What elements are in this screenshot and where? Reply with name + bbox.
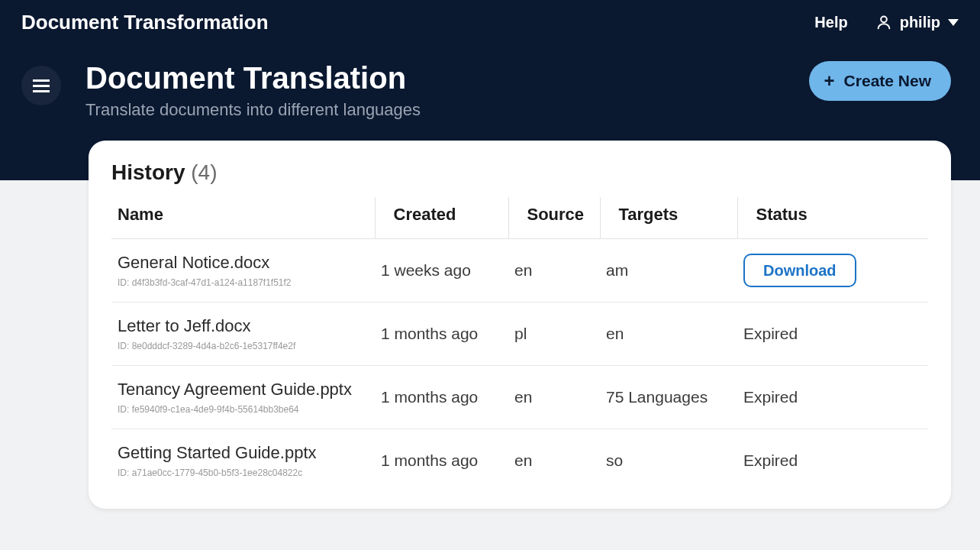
header-titles: Document Translation Translate documents… [85, 61, 421, 120]
cell-source: en [508, 429, 600, 493]
history-table: Name Created Source Targets Status Gener… [111, 197, 928, 492]
cell-created: 1 weeks ago [375, 239, 508, 302]
cell-source: pl [508, 302, 600, 366]
cell-status: Expired [737, 429, 928, 493]
history-card: History (4) Name Created Source Targets … [89, 141, 951, 509]
cell-created: 1 months ago [375, 302, 508, 366]
doc-name: Tenancy Agreement Guide.pptx [118, 380, 369, 400]
cell-created: 1 months ago [375, 366, 508, 429]
create-new-button[interactable]: + Create New [809, 61, 951, 101]
doc-id: ID: fe5940f9-c1ea-4de9-9f4b-55614bb3be64 [118, 404, 369, 415]
status-text: Expired [743, 451, 798, 469]
cell-name: General Notice.docxID: d4f3b3fd-3caf-47d… [111, 239, 375, 302]
cell-targets: en [600, 302, 737, 366]
plus-icon: + [824, 72, 835, 90]
table-row: General Notice.docxID: d4f3b3fd-3caf-47d… [111, 239, 928, 302]
page-title: Document Translation [85, 61, 421, 95]
col-header-name: Name [111, 197, 375, 239]
cell-targets: so [600, 429, 737, 493]
cell-source: en [508, 239, 600, 302]
cell-name: Getting Started Guide.pptxID: a71ae0cc-1… [111, 429, 375, 493]
user-icon [875, 14, 892, 31]
history-title: History [111, 160, 185, 184]
table-header-row: Name Created Source Targets Status [111, 197, 928, 239]
doc-id: ID: a71ae0cc-1779-45b0-b5f3-1ee28c04822c [118, 467, 369, 478]
user-name: philip [900, 14, 940, 31]
table-row: Letter to Jeff.docxID: 8e0dddcf-3289-4d4… [111, 302, 928, 366]
hamburger-icon [33, 85, 50, 87]
topbar: Document Transformation Help philip [0, 0, 980, 44]
doc-id: ID: d4f3b3fd-3caf-47d1-a124-a1187f1f51f2 [118, 277, 369, 288]
history-heading: History (4) [111, 160, 928, 185]
col-header-source: Source [508, 197, 600, 239]
table-row: Tenancy Agreement Guide.pptxID: fe5940f9… [111, 366, 928, 429]
history-count: (4) [191, 160, 217, 184]
col-header-created: Created [375, 197, 508, 239]
cell-created: 1 months ago [375, 429, 508, 493]
col-header-targets: Targets [600, 197, 737, 239]
menu-button[interactable] [21, 66, 61, 105]
status-text: Expired [743, 388, 798, 406]
cell-status: Expired [737, 302, 928, 366]
cell-name: Tenancy Agreement Guide.pptxID: fe5940f9… [111, 366, 375, 429]
doc-name: General Notice.docx [118, 253, 369, 273]
cell-source: en [508, 366, 600, 429]
create-new-label: Create New [844, 72, 931, 90]
user-menu[interactable]: philip [875, 14, 959, 31]
cell-status: Expired [737, 366, 928, 429]
status-text: Expired [743, 325, 798, 342]
doc-id: ID: 8e0dddcf-3289-4d4a-b2c6-1e5317ff4e2f [118, 341, 369, 351]
doc-name: Letter to Jeff.docx [118, 316, 369, 336]
cell-targets: am [600, 239, 737, 302]
page-subtitle: Translate documents into different langu… [85, 100, 421, 120]
col-header-status: Status [737, 197, 928, 239]
download-button[interactable]: Download [743, 254, 856, 287]
help-link[interactable]: Help [814, 14, 847, 31]
doc-name: Getting Started Guide.pptx [118, 443, 369, 463]
chevron-down-icon [948, 19, 959, 26]
table-row: Getting Started Guide.pptxID: a71ae0cc-1… [111, 429, 928, 493]
app-title: Document Transformation [21, 11, 269, 34]
cell-name: Letter to Jeff.docxID: 8e0dddcf-3289-4d4… [111, 302, 375, 366]
topbar-right: Help philip [814, 14, 959, 31]
cell-targets: 75 Languages [600, 366, 737, 429]
cell-status: Download [737, 239, 928, 302]
svg-point-0 [881, 16, 887, 22]
